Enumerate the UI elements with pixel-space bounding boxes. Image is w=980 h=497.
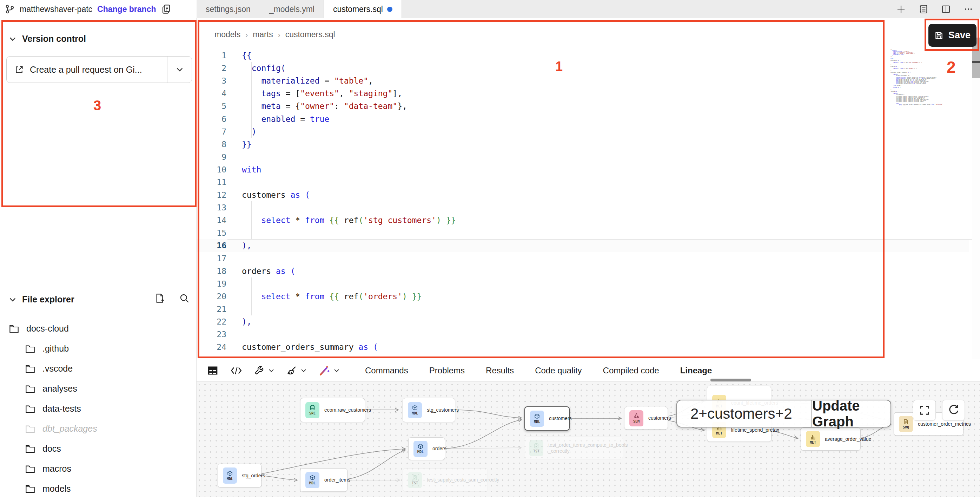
- line-number: 8: [197, 140, 226, 149]
- tree-item--github[interactable]: .github: [0, 339, 196, 358]
- lineage-node-order-items[interactable]: MDLorder_items: [300, 468, 347, 492]
- code-line-12[interactable]: 12customers as (: [197, 189, 969, 201]
- create-pr-button[interactable]: Create a pull request on Gi...: [6, 56, 192, 83]
- line-number: 20: [197, 292, 226, 301]
- editor-scrollbar[interactable]: [972, 18, 980, 359]
- code-line-4[interactable]: 4 tags = ["events", "staging"],: [197, 87, 969, 100]
- fullscreen-button[interactable]: [913, 400, 936, 421]
- code-line-17[interactable]: 17: [197, 252, 969, 265]
- code-line-11[interactable]: 11: [197, 176, 969, 189]
- plus-icon[interactable]: [896, 4, 906, 14]
- create-pr-dropdown[interactable]: [167, 57, 192, 83]
- branch-area: matthewshaver-patc Change branch: [0, 0, 172, 18]
- line-number: 17: [197, 254, 226, 263]
- lineage-node-stg-customers[interactable]: MDLstg_customers: [402, 398, 455, 422]
- code-line-15[interactable]: 15: [197, 226, 969, 239]
- lineage-node-test-supply-costs[interactable]: TSTtest_supply_costs_sum_correctly: [402, 468, 488, 492]
- line-number: 18: [197, 267, 226, 276]
- search-icon[interactable]: [179, 293, 189, 303]
- code-text: orders as (: [226, 267, 295, 276]
- code-text: ),: [226, 317, 252, 326]
- tree-item-docs[interactable]: docs: [0, 439, 196, 459]
- panel-tab-lineage[interactable]: Lineage: [680, 366, 712, 376]
- code-line-14[interactable]: 14 select * from {{ ref('stg_customers')…: [197, 214, 969, 226]
- code-line-23[interactable]: 23: [197, 328, 969, 341]
- code-line-2[interactable]: 2 config(: [197, 62, 969, 75]
- code-line-20[interactable]: 20 select * from {{ ref('orders') }}: [197, 290, 969, 303]
- split-pane-icon[interactable]: [941, 4, 951, 14]
- folder-icon: [25, 384, 35, 394]
- node-label: customers: [549, 416, 572, 422]
- notebook-icon[interactable]: [918, 4, 929, 14]
- line-number: 16: [197, 241, 226, 250]
- chevron-down-icon: [9, 35, 16, 43]
- broom-icon[interactable]: [286, 365, 307, 376]
- code-line-1[interactable]: 1{{: [197, 49, 969, 62]
- update-graph-button[interactable]: Update Graph: [811, 400, 891, 427]
- code-line-6[interactable]: 6 enabled = true: [197, 112, 969, 125]
- change-branch-link[interactable]: Change branch: [97, 5, 156, 14]
- lineage-selector-input[interactable]: 2+customers+2: [677, 400, 811, 427]
- wrench-icon[interactable]: [254, 365, 275, 376]
- line-number: 14: [197, 216, 226, 225]
- panel-tab-commands[interactable]: Commands: [365, 366, 408, 376]
- code-icon[interactable]: [230, 365, 242, 376]
- code-line-21[interactable]: 21: [197, 303, 969, 315]
- tree-item-macros[interactable]: macros: [0, 459, 196, 479]
- tree-item-models[interactable]: models: [0, 479, 196, 497]
- line-number: 22: [197, 317, 226, 326]
- magic-pen-icon[interactable]: [319, 365, 340, 376]
- code-line-22[interactable]: 22),: [197, 315, 969, 328]
- tree-item-docs-cloud[interactable]: docs-cloud: [0, 319, 196, 339]
- tab-settings-json[interactable]: settings.json: [197, 0, 260, 18]
- code-line-10[interactable]: 10with: [197, 163, 969, 176]
- tree-item-dbt_packages[interactable]: dbt_packages: [0, 419, 196, 439]
- panel-tab-results[interactable]: Results: [486, 366, 514, 376]
- lineage-node-customers-model[interactable]: MDLcustomers: [524, 406, 570, 431]
- code-line-18[interactable]: 18orders as (: [197, 265, 969, 277]
- file-explorer-header[interactable]: File explorer: [9, 294, 75, 304]
- scrollbar-current-line-marker: [972, 61, 980, 63]
- code-line-19[interactable]: 19: [197, 277, 969, 290]
- lineage-node-customers-semantic[interactable]: SEMcustomers: [624, 407, 668, 430]
- tree-item-analyses[interactable]: analyses: [0, 379, 196, 399]
- panel-tab-code-quality[interactable]: Code quality: [535, 366, 582, 376]
- code-area[interactable]: 1{{2 config(3 materialized = "table",4 t…: [197, 49, 969, 354]
- window-icons: [896, 0, 974, 18]
- tree-item--vscode[interactable]: .vscode: [0, 358, 196, 379]
- panel-tab-compiled-code[interactable]: Compiled code: [603, 366, 659, 376]
- create-pr-button-main[interactable]: Create a pull request on Gi...: [7, 57, 167, 83]
- panel-tab-problems[interactable]: Problems: [429, 366, 465, 376]
- code-line-16[interactable]: 16),: [197, 239, 969, 252]
- breadcrumb-segment: customers.sql: [285, 30, 335, 39]
- code-line-13[interactable]: 13: [197, 201, 969, 214]
- breadcrumb-separator: ›: [245, 30, 248, 39]
- code-editor[interactable]: models›marts›customers.sql 1{{2 config(3…: [197, 18, 980, 359]
- code-line-5[interactable]: 5 meta = {"owner": "data-team"},: [197, 100, 969, 112]
- table-icon[interactable]: [207, 365, 218, 376]
- tree-item-data-tests[interactable]: data-tests: [0, 399, 196, 419]
- minimap[interactable]: {{ config( materialized = "table", tags …: [891, 49, 944, 105]
- ellipsis-icon[interactable]: [963, 4, 974, 14]
- lineage-node-ecom-raw-customers[interactable]: SRCecom.raw_customers: [300, 398, 365, 422]
- code-line-8[interactable]: 8}}: [197, 138, 969, 151]
- refresh-button[interactable]: [942, 400, 965, 421]
- lineage-node-test-order-items[interactable]: TSTtest_order_items_compute_to_bools_cor…: [524, 436, 623, 459]
- code-line-3[interactable]: 3 materialized = "table",: [197, 75, 969, 87]
- line-number: 3: [197, 76, 226, 85]
- lineage-node-stg-orders[interactable]: MDLstg_orders: [218, 464, 261, 487]
- save-button[interactable]: Save: [928, 24, 977, 47]
- code-line-7[interactable]: 7 ): [197, 125, 969, 138]
- lineage-node-average-order-value[interactable]: METaverage_order_value: [801, 427, 861, 451]
- tab-customers-sql[interactable]: customers.sql: [324, 0, 402, 18]
- code-line-9[interactable]: 9: [197, 151, 969, 163]
- code-line-24[interactable]: 24customer_orders_summary as (: [197, 341, 969, 354]
- new-file-icon[interactable]: [154, 293, 165, 303]
- copy-icon[interactable]: [161, 4, 172, 14]
- tab-_models-yml[interactable]: _models.yml: [260, 0, 324, 18]
- version-control-header[interactable]: Version control: [9, 34, 86, 44]
- folder-icon: [9, 323, 19, 334]
- line-number: 1: [197, 51, 226, 60]
- lineage-node-orders-model[interactable]: MDLorders: [408, 437, 445, 460]
- code-text: meta = {"owner": "data-team"},: [226, 102, 407, 111]
